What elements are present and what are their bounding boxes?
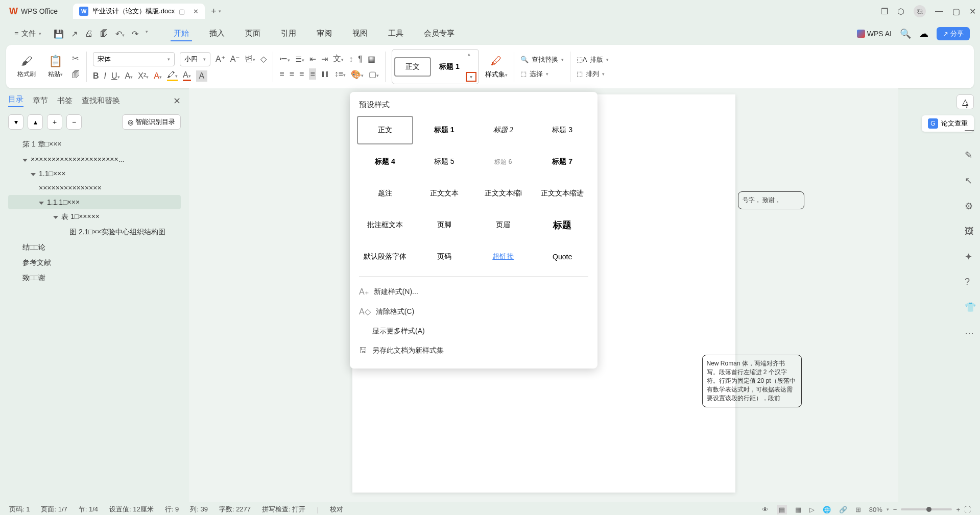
align-justify-icon[interactable]: ≡ bbox=[309, 68, 316, 80]
style-cell[interactable]: 页脚 bbox=[416, 211, 472, 239]
toc-up-icon[interactable]: ▴ bbox=[28, 114, 43, 130]
style-cell[interactable]: 批注框文本 bbox=[357, 211, 413, 239]
style-cell[interactable]: 标题 3 bbox=[534, 116, 590, 144]
sort-icon[interactable]: ↕ bbox=[349, 55, 353, 64]
wps-ai-button[interactable]: WPS AI bbox=[857, 30, 892, 38]
add-tab-button[interactable]: +▾ bbox=[211, 6, 221, 17]
style-cell[interactable]: 标题 5 bbox=[416, 148, 472, 176]
tab-insert[interactable]: 插入 bbox=[206, 27, 228, 41]
decrease-indent-icon[interactable]: ⇤ bbox=[309, 54, 316, 64]
magic-icon[interactable]: ✦ bbox=[965, 251, 976, 262]
sidebar-tab-chapter[interactable]: 章节 bbox=[33, 96, 48, 106]
tab-close-icon[interactable]: ✕ bbox=[193, 8, 199, 15]
toc-remove-icon[interactable]: − bbox=[66, 114, 82, 130]
style-cell[interactable]: Quote bbox=[534, 242, 590, 271]
font-name-select[interactable]: 宋体▾ bbox=[93, 52, 175, 66]
sidebar-close-icon[interactable]: ✕ bbox=[173, 95, 181, 107]
style-cell[interactable]: 正文文本缩进 bbox=[534, 179, 590, 208]
font-increase-icon[interactable]: A⁺ bbox=[216, 54, 225, 64]
cut-icon[interactable]: ✂ bbox=[72, 54, 80, 63]
status-line[interactable]: 行: 9 bbox=[165, 505, 179, 514]
globe-icon[interactable]: 🌐 bbox=[823, 506, 831, 513]
style-dropdown-icon[interactable]: ▾ bbox=[466, 72, 476, 82]
cube-icon[interactable]: ⬡ bbox=[897, 7, 904, 16]
align-left-icon[interactable]: ≡ bbox=[279, 69, 284, 79]
tab-menu-icon[interactable]: ▢ bbox=[179, 8, 185, 15]
style-cell[interactable]: 页眉 bbox=[475, 211, 532, 239]
new-style-action[interactable]: A₊新建样式(N)... bbox=[350, 282, 597, 302]
cursor-icon[interactable]: ↖ bbox=[965, 175, 976, 186]
tab-review[interactable]: 审阅 bbox=[314, 27, 335, 41]
close-icon[interactable]: ✕ bbox=[969, 7, 976, 16]
search-icon[interactable]: 🔍 bbox=[900, 28, 911, 39]
status-spell[interactable]: 拼写检查: 打开 bbox=[262, 505, 305, 514]
tab-start[interactable]: 开始 bbox=[171, 27, 192, 41]
document-tab[interactable]: W 毕业设计（论文）模版.docx ▢ ✕ bbox=[73, 4, 205, 19]
style-pen-icon[interactable]: 🖊 bbox=[491, 55, 502, 68]
share-button[interactable]: ↗ 分享 bbox=[937, 27, 970, 40]
align-center-icon[interactable]: ≡ bbox=[290, 69, 294, 79]
phonetic-icon[interactable]: 변▾ bbox=[245, 54, 255, 64]
text-effect-icon[interactable]: A▾ bbox=[154, 71, 162, 81]
status-col[interactable]: 列: 39 bbox=[190, 505, 208, 514]
number-list-icon[interactable]: ≣▾ bbox=[295, 54, 304, 64]
toc-item[interactable]: 1.1.1□××× bbox=[8, 195, 181, 209]
underline-icon[interactable]: U▾ bbox=[111, 71, 120, 81]
style-current[interactable]: 正文 bbox=[394, 57, 431, 77]
print-preview-icon[interactable]: 🗐 bbox=[100, 29, 108, 39]
zoom-in-icon[interactable]: + bbox=[956, 506, 960, 513]
style-cell[interactable]: 正文文本 bbox=[416, 179, 472, 208]
superscript-icon[interactable]: X²▾ bbox=[138, 71, 149, 81]
fullscreen-icon[interactable]: ⛶ bbox=[964, 506, 971, 513]
status-section[interactable]: 节: 1/4 bbox=[79, 505, 98, 514]
eye-icon[interactable]: 👁 bbox=[762, 506, 769, 513]
columns-icon[interactable]: ▦ bbox=[368, 54, 375, 64]
status-page[interactable]: 页面: 1/7 bbox=[41, 505, 67, 514]
status-words[interactable]: 字数: 2277 bbox=[219, 505, 251, 514]
view-outline-icon[interactable]: ▦ bbox=[795, 506, 801, 513]
distribute-icon[interactable]: ⫿⫿ bbox=[321, 69, 329, 79]
shading-icon[interactable]: 🎨▾ bbox=[351, 69, 364, 79]
toc-item[interactable]: 图 2.1□××实验中心组织结构图 bbox=[8, 225, 181, 240]
toc-item[interactable]: ×××××××××××××××××××××... bbox=[8, 152, 181, 166]
status-setting[interactable]: 设置值: 12厘米 bbox=[109, 505, 154, 514]
bold-icon[interactable]: B bbox=[93, 71, 99, 81]
highlight-icon[interactable]: 🖍▾ bbox=[167, 70, 178, 81]
style-cell[interactable]: 标题 7 bbox=[534, 148, 590, 176]
cloud-icon[interactable]: ☁ bbox=[919, 28, 928, 39]
line-spacing-icon[interactable]: ↕≡▾ bbox=[334, 69, 346, 79]
font-color-icon[interactable]: A▾ bbox=[183, 70, 191, 81]
comment-balloon[interactable]: 号字， 致谢， bbox=[738, 191, 804, 209]
copy-icon[interactable]: 🗐 bbox=[72, 70, 80, 80]
status-page-no[interactable]: 页码: 1 bbox=[9, 505, 30, 514]
grid-icon[interactable]: ⊞ bbox=[855, 506, 861, 513]
select-button[interactable]: ⬚选择▾ bbox=[520, 69, 564, 79]
sidebar-tab-bookmark[interactable]: 书签 bbox=[57, 96, 73, 106]
increase-indent-icon[interactable]: ⇥ bbox=[321, 54, 328, 64]
help-icon[interactable]: ? bbox=[965, 277, 976, 287]
zoom-slider[interactable] bbox=[901, 508, 952, 510]
qab-more-icon[interactable]: ▾ bbox=[146, 29, 148, 39]
sidebar-tab-find[interactable]: 查找和替换 bbox=[82, 96, 120, 106]
style-cell[interactable]: 超链接 bbox=[475, 242, 532, 271]
find-replace-button[interactable]: 🔍查找替换▾ bbox=[520, 55, 564, 64]
style-cell[interactable]: 标题 1 bbox=[416, 116, 472, 144]
pencil-icon[interactable]: ✎ bbox=[965, 150, 976, 161]
save-icon[interactable]: 💾 bbox=[54, 29, 64, 39]
style-cell[interactable]: 标题 4 bbox=[357, 148, 413, 176]
settings-handle-icon[interactable]: ⫶ bbox=[965, 100, 976, 110]
toc-item[interactable]: 表 1□××××× bbox=[8, 209, 181, 225]
maximize-icon[interactable]: ▢ bbox=[952, 7, 960, 16]
style-cell[interactable]: 标题 2 bbox=[475, 116, 532, 144]
toc-add-icon[interactable]: + bbox=[47, 114, 62, 130]
tab-page[interactable]: 页面 bbox=[242, 27, 264, 41]
toc-item[interactable]: ××××××××××××××× bbox=[8, 181, 181, 195]
format-painter-group[interactable]: 🖌 格式刷 bbox=[14, 55, 39, 79]
zoom-value[interactable]: 80% bbox=[869, 506, 882, 513]
print-icon[interactable]: 🖨 bbox=[85, 29, 93, 39]
toc-down-icon[interactable]: ▾ bbox=[8, 114, 23, 130]
toc-item[interactable]: 1.1□××× bbox=[8, 166, 181, 181]
toc-item[interactable]: 致□□谢 bbox=[8, 271, 181, 286]
status-proof[interactable]: 校对 bbox=[330, 505, 343, 514]
clear-format-action[interactable]: A◇清除格式(C) bbox=[350, 302, 597, 322]
